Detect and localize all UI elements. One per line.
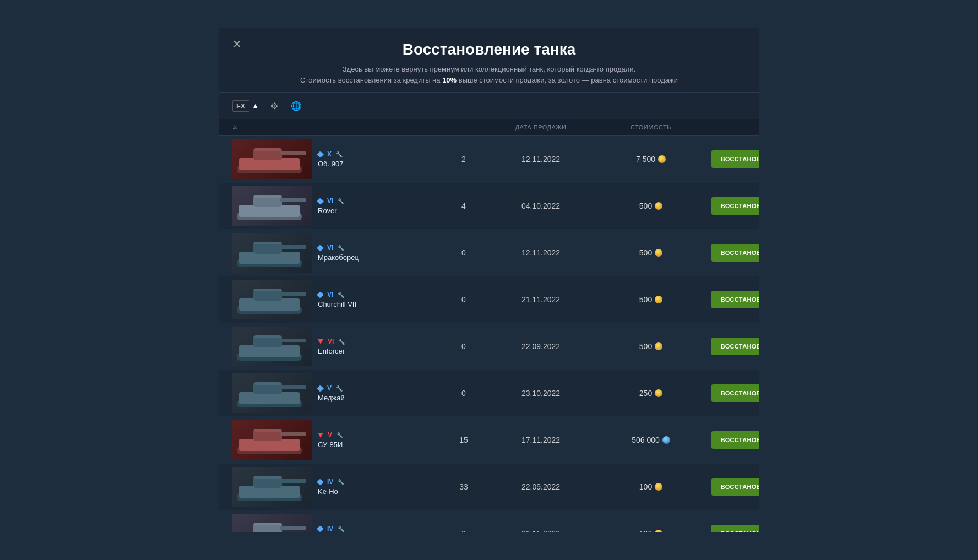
gold-icon [655, 530, 662, 532]
tank-count: 15 [442, 436, 486, 444]
nation-label: 🔧 [336, 151, 343, 157]
tank-name: Churchill VII [318, 300, 356, 308]
tank-date: 22.09.2022 [486, 342, 596, 351]
restore-cell: ВОССТАНОВИТЬ [706, 431, 759, 449]
tank-silhouette [232, 233, 312, 273]
modal-header: ✕ Восстановление танка Здесь вы можете в… [219, 28, 759, 93]
tier-label: IV [327, 525, 333, 532]
tier-label: VI [327, 291, 333, 298]
tank-name: Меджай [318, 394, 345, 402]
tank-image-box [232, 139, 312, 179]
tier-label: IV [327, 478, 333, 486]
tank-tier-row: VI 🔧 [318, 338, 345, 345]
tank-silhouette [232, 467, 312, 507]
nation-label: 🔧 [336, 432, 343, 438]
gold-icon [655, 296, 662, 303]
col-count-header [442, 124, 486, 131]
table-header: ⚔ ДАТА ПРОДАЖИ СТОИМОСТЬ [219, 119, 759, 136]
tank-info: IV 🔧 Valentine Mk. IX [312, 525, 370, 532]
restore-button[interactable]: ВОССТАНОВИТЬ [711, 478, 759, 496]
restore-button[interactable]: ВОССТАНОВИТЬ [711, 150, 759, 168]
svg-rect-39 [253, 476, 282, 479]
tank-cell: VI 🔧 Мракоборец [232, 230, 442, 276]
svg-rect-18 [280, 292, 306, 296]
restore-button[interactable]: ВОССТАНОВИТЬ [711, 525, 759, 532]
tank-name: Rover [318, 206, 344, 215]
nation-label: 🔧 [338, 198, 344, 204]
tank-info: X 🔧 Об. 907 [312, 150, 343, 168]
tank-silhouette [232, 186, 312, 226]
gold-icon [655, 249, 662, 257]
close-button[interactable]: ✕ [232, 39, 242, 50]
nation-label: 🔧 [338, 292, 344, 298]
tank-tier-row: VI 🔧 [318, 244, 359, 252]
restore-cell: ВОССТАНОВИТЬ [706, 244, 759, 262]
svg-rect-33 [280, 432, 306, 436]
tank-name: Ke-Ho [318, 487, 344, 496]
svg-rect-34 [253, 429, 282, 432]
restore-button[interactable]: ВОССТАНОВИТЬ [711, 384, 759, 402]
gold-icon [655, 483, 662, 491]
tank-name: Enforcer [318, 347, 345, 355]
tank-image-box [232, 280, 312, 319]
credits-icon [662, 436, 670, 444]
tier-label: VI [327, 197, 333, 205]
tank-cost: 500 [596, 202, 706, 210]
gold-icon [655, 389, 662, 397]
tank-info: VI 🔧 Enforcer [312, 338, 345, 355]
tank-silhouette [232, 373, 312, 413]
tank-cost: 500 [596, 248, 706, 257]
tank-count: 0 [442, 529, 486, 532]
restore-cell: ВОССТАНОВИТЬ [706, 384, 759, 402]
modal-subtitle: Здесь вы можете вернуть премиум или колл… [237, 64, 741, 85]
tank-info: VI 🔧 Churchill VII [312, 291, 356, 308]
filter-crossed-icon: ⚔ [232, 124, 238, 131]
svg-rect-24 [253, 335, 282, 338]
tank-cell: VI 🔧 Churchill VII [232, 276, 442, 323]
nation-label: 🔧 [338, 479, 344, 485]
restore-tank-modal: ✕ Восстановление танка Здесь вы можете в… [219, 28, 759, 532]
restore-button[interactable]: ВОССТАНОВИТЬ [711, 244, 759, 262]
svg-rect-9 [253, 195, 282, 198]
tank-count: 2 [442, 155, 486, 164]
nation-multi-icon: ⚙ [268, 99, 281, 112]
col-action-header [706, 124, 759, 131]
tier-range-label: I-X [232, 100, 249, 112]
tank-image-box [232, 186, 312, 226]
restore-button[interactable]: ВОССТАНОВИТЬ [711, 291, 759, 308]
tank-date: 12.11.2022 [486, 248, 596, 257]
filters-bar: I-X ▲ ⚙ 🌐 [219, 93, 759, 119]
svg-rect-43 [280, 526, 306, 530]
tier-label: VI [328, 338, 334, 345]
restore-button[interactable]: ВОССТАНОВИТЬ [711, 431, 759, 449]
filter-tier[interactable]: I-X ▲ [232, 100, 259, 112]
filter-globe[interactable]: 🌐 [290, 99, 303, 112]
tier-label: X [327, 150, 332, 158]
tier-label: VI [327, 244, 333, 252]
tank-name: СУ-85И [318, 441, 343, 449]
restore-button[interactable]: ВОССТАНОВИТЬ [711, 197, 759, 215]
tank-silhouette [232, 139, 312, 179]
tank-cost: 506 000 [596, 436, 706, 444]
filter-nation-multi[interactable]: ⚙ [268, 99, 281, 112]
gold-icon [658, 155, 666, 163]
tank-cell: IV 🔧 Ke-Ho [232, 464, 442, 510]
nation-label: 🔧 [336, 385, 343, 392]
svg-rect-4 [253, 148, 282, 151]
tank-list: X 🔧 Об. 907 2 12.11.2022 7 500 ВОССТАНОВ… [219, 136, 759, 532]
restore-cell: ВОССТАНОВИТЬ [706, 150, 759, 168]
nation-label: 🔧 [338, 245, 344, 251]
tank-count: 33 [442, 482, 486, 491]
svg-rect-13 [280, 245, 306, 249]
restore-cell: ВОССТАНОВИТЬ [706, 525, 759, 532]
svg-rect-23 [280, 339, 306, 342]
tank-silhouette [232, 280, 312, 319]
tank-silhouette [232, 420, 312, 460]
tank-date: 22.09.2022 [486, 482, 596, 491]
svg-rect-14 [253, 242, 282, 244]
tank-image-box [232, 467, 312, 507]
tank-tier-row: X 🔧 [318, 150, 343, 158]
tank-image-box [232, 327, 312, 366]
tank-tier-row: IV 🔧 [318, 525, 370, 532]
restore-button[interactable]: ВОССТАНОВИТЬ [711, 338, 759, 355]
